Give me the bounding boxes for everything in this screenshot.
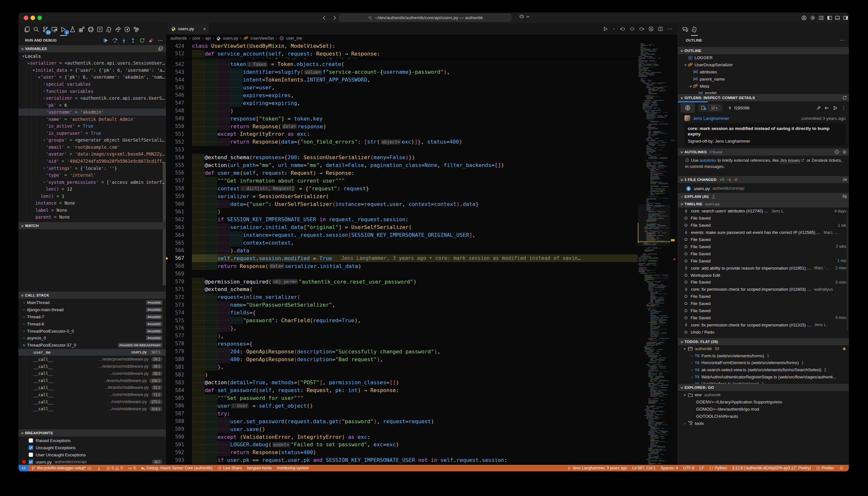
activity-item-extensions[interactable]: [77, 25, 86, 34]
debug-toolbar-more[interactable]: [157, 37, 164, 44]
call-stack-row[interactable]: __call__.../brands/middleware.py31:1: [18, 384, 166, 391]
editor-action-nav-circle-icon[interactable]: [630, 26, 635, 31]
debug-toolbar-disconnect[interactable]: [148, 37, 155, 44]
secondary-view-comments-icon[interactable]: [681, 25, 689, 34]
settings-gear-icon[interactable]: [809, 14, 817, 22]
call-stack-row[interactable]: __call__.../core/middleware.py48:1: [18, 370, 166, 377]
status-item-right-6[interactable]: 3.12.8 ('authentik-xEAhpGPh-py3.12': Poe…: [732, 466, 811, 470]
timeline-row[interactable]: core: fix permission check for scoped im…: [678, 286, 849, 293]
activity-item-gitlens-inspect[interactable]: [105, 25, 113, 34]
code-line-573[interactable]: 573············name="UserPasswordSetSeri…: [166, 301, 638, 309]
breadcrumb-item[interactable]: authentik: [171, 36, 187, 41]
breakpoint-checkbox[interactable]: [28, 445, 33, 450]
variable-row[interactable]: 'username' = 'akadmin': [18, 108, 166, 115]
account-icon[interactable]: [800, 14, 808, 22]
variable-row[interactable]: parent = None: [18, 214, 166, 221]
code-line-583[interactable]: 583····@action(detail=True,·methods=["PO…: [166, 379, 638, 387]
call-stack-row[interactable]: __call__.../enterprise/middleware.py39:1: [18, 356, 166, 363]
variable-row[interactable]: instance = None: [18, 200, 166, 207]
tab-close-icon[interactable]: ×: [203, 26, 206, 31]
breakpoint-checkbox[interactable]: [28, 452, 33, 458]
status-item-left-7[interactable]: monitoring-system: [277, 466, 309, 470]
call-stack-row[interactable]: ›Thread-7PAUSED: [18, 313, 166, 321]
minimap-slider[interactable]: [638, 204, 670, 246]
code-line-571[interactable]: 571····@extend_schema(: [166, 285, 638, 293]
editor-action-nav-forward-circle-icon[interactable]: [639, 26, 644, 31]
breadcrumb-item[interactable]: core: [192, 36, 200, 41]
comments-icon[interactable]: [842, 194, 847, 199]
explorer-go-row[interactable]: GOMOD=~/dev/authentik/go.mod: [678, 406, 849, 413]
call-stack-row[interactable]: ›Thread-6PAUSED: [18, 320, 166, 327]
breakpoint-row[interactable]: User Uncaught Exceptions: [18, 451, 166, 458]
code-line-579[interactable]: 579············204:·OpenApiResponse(desc…: [166, 347, 638, 355]
timeline-row[interactable]: File Saved: [678, 236, 849, 243]
call-stack-row[interactable]: ›asyncio_0PAUSED: [18, 335, 166, 342]
code-line-578[interactable]: 578········responses={: [166, 340, 638, 347]
variable-row[interactable]: ›'groups' = <generator object UserSelfSe…: [18, 137, 166, 144]
todo-row[interactable]: ›TSHorizontalFormElement.ts (web/src/ele…: [678, 359, 849, 367]
gitlens-search-tab[interactable]: [681, 103, 695, 113]
activity-item-run-and-debug[interactable]: 1: [59, 25, 68, 34]
status-item-left-4[interactable]: Debug: Attach Server Core (authentik): [141, 466, 213, 470]
code-line-569[interactable]: 569: [166, 270, 638, 278]
call-stack-row[interactable]: __call__.../events/middleware.py156:1: [18, 377, 166, 384]
code-line-557[interactable]: 557········"""Get·information·about·curr…: [166, 177, 638, 185]
code-line-550[interactable]: 550············return·Response(data=resp…: [166, 122, 638, 130]
variable-row[interactable]: 'pk' = 6: [18, 102, 166, 109]
call-stack-row[interactable]: __call__.../root/middleware.py275:1: [18, 398, 166, 405]
status-item-right-3[interactable]: UTF-8: [683, 466, 694, 470]
call-stack-row[interactable]: __call__.../enterprise/middleware.py39:1: [18, 363, 166, 370]
variable-row[interactable]: len() = 12: [18, 185, 166, 192]
timeline-row[interactable]: Workspace Edit: [678, 272, 849, 279]
code-line-592[interactable]: 592············return·Response(status=40…: [166, 449, 638, 456]
outline-row[interactable]: ∨Meta: [678, 82, 849, 90]
editor-action-run-python-icon[interactable]: [603, 26, 608, 31]
code-line-560[interactable]: 560············data={"user":·UserSelfSer…: [166, 200, 638, 208]
call-stack-row[interactable]: user_meusers.py567:1: [18, 349, 166, 356]
timeline-row[interactable]: File Saved2 wks: [678, 243, 849, 250]
code-line-551[interactable]: 551········except·IntegrityError·as·exc:: [166, 130, 638, 138]
debug-toolbar-continue[interactable]: [102, 37, 109, 44]
call-stack-row[interactable]: __call__.../root/middleware.py318:1: [18, 405, 166, 413]
timeline-row[interactable]: Undo / Redo: [678, 328, 849, 336]
breakpoint-row[interactable]: Raised Exceptions: [18, 437, 166, 444]
timeline-row[interactable]: File Saved: [678, 300, 849, 307]
activity-item-search[interactable]: [32, 25, 41, 34]
section-header-actions[interactable]: [835, 150, 847, 154]
code-line-564[interactable]: 564················instance=request._req…: [166, 231, 638, 239]
code-line-558[interactable]: 558········context: dict[str, Request]·=…: [166, 185, 638, 192]
code-line-577[interactable]: 577········),: [166, 332, 638, 340]
code-line-556[interactable]: 556····def·user_me(self,·request:·Reques…: [166, 169, 638, 177]
timeline-row[interactable]: core: search users' attributes (#12740) …: [678, 207, 849, 215]
variable-row[interactable]: ›'settings' = {'locale': ''}: [18, 165, 166, 172]
activity-item-gitkraken[interactable]: [123, 25, 131, 34]
code-line-563[interactable]: 563············serializer.initial_data["…: [166, 223, 638, 231]
outline-row[interactable]: ∨UserGroupSerializer: [678, 61, 849, 68]
status-item-left-2[interactable]: 00: [106, 466, 123, 470]
variable-row[interactable]: ∨Locals: [18, 52, 166, 60]
gear-small-icon[interactable]: [842, 150, 847, 154]
section-header-actions[interactable]: [842, 177, 847, 182]
timeline-row[interactable]: File Saved4 mos: [678, 314, 849, 322]
section-header-autolinks[interactable]: ∨AUTOLINKS0 found: [678, 148, 849, 156]
code-line-570[interactable]: 570····@permission_required(obj_perm="au…: [166, 278, 638, 285]
traffic-light-close[interactable]: [24, 16, 28, 20]
variable-row[interactable]: ›serializer = <authentik.core.api.users.…: [18, 94, 166, 102]
gitlens-commit-sha[interactable]: f285096: [728, 106, 749, 110]
traffic-light-minimize[interactable]: [31, 16, 35, 20]
breadcrumb-item[interactable]: user_me: [286, 36, 302, 41]
activity-item-testing[interactable]: [68, 25, 77, 34]
timeline-row[interactable]: events: make sure password set event has…: [678, 229, 849, 236]
variable-row[interactable]: 'email' = 'root@example.com': [18, 143, 166, 151]
activity-item-live-share[interactable]: [114, 25, 123, 34]
section-header-breakpoints[interactable]: ∨BREAKPOINTS: [18, 429, 166, 437]
section-header-gitlens[interactable]: ∨GITLENS: INSPECT: COMMIT DETAILS: [678, 94, 849, 101]
toggle-panel-bottom-icon[interactable]: [834, 14, 841, 22]
panel-more-actions-icon[interactable]: ⋯: [840, 37, 845, 43]
variable-row[interactable]: ›special variables: [18, 80, 166, 88]
debug-toolbar-step-over[interactable]: [111, 37, 118, 44]
code-line-590[interactable]: 590········except·(ValidationError,·Inte…: [166, 433, 638, 441]
activity-item-github[interactable]: [87, 25, 95, 34]
section-header-call-stack[interactable]: ∨CALL STACK: [18, 291, 166, 299]
editor-action-debug-run-circle-icon[interactable]: [648, 26, 654, 31]
